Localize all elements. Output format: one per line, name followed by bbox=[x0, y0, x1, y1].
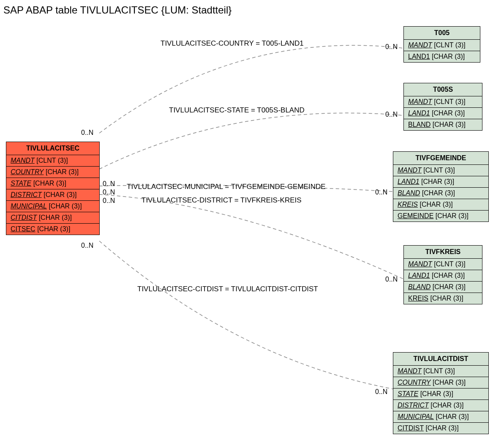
relation-label: TIVLULACITSEC-COUNTRY = T005-LAND1 bbox=[161, 39, 304, 48]
cardinality-label: 0..N bbox=[103, 197, 115, 205]
field-row: MANDT [CLNT (3)] bbox=[393, 366, 488, 377]
field-row: MANDT [CLNT (3)] bbox=[404, 96, 482, 108]
field-row: COUNTRY [CHAR (3)] bbox=[393, 377, 488, 389]
cardinality-label: 0..N bbox=[385, 276, 398, 283]
field-row: STATE [CHAR (3)] bbox=[6, 178, 99, 189]
cardinality-label: 0..N bbox=[375, 189, 387, 196]
field-row: LAND1 [CHAR (3)] bbox=[404, 51, 480, 62]
entity-t005: T005 MANDT [CLNT (3)] LAND1 [CHAR (3)] bbox=[403, 26, 480, 63]
field-row: LAND1 [CHAR (3)] bbox=[404, 108, 482, 119]
field-row: BLAND [CHAR (3)] bbox=[404, 282, 482, 293]
entity-tivfkreis: TIVFKREIS MANDT [CLNT (3)] LAND1 [CHAR (… bbox=[403, 245, 482, 304]
diagram-title: SAP ABAP table TIVLULACITSEC {LUM: Stadt… bbox=[3, 4, 232, 16]
field-row: CITDIST [CHAR (3)] bbox=[393, 423, 488, 434]
cardinality-label: 0..N bbox=[103, 189, 115, 196]
field-row: BLAND [CHAR (3)] bbox=[404, 119, 482, 130]
entity-t005s: T005S MANDT [CLNT (3)] LAND1 [CHAR (3)] … bbox=[403, 83, 482, 131]
cardinality-label: 0..N bbox=[103, 180, 115, 188]
cardinality-label: 0..N bbox=[81, 129, 93, 137]
field-row: DISTRICT [CHAR (3)] bbox=[6, 189, 99, 201]
field-row: BLAND [CHAR (3)] bbox=[393, 188, 488, 199]
cardinality-label: 0..N bbox=[385, 43, 398, 51]
relation-label: TIVLULACITSEC-CITDIST = TIVLULACITDIST-C… bbox=[137, 285, 318, 293]
relation-label: TIVLULACITSEC-MUNICIPAL = TIVFGEMEINDE-G… bbox=[127, 183, 326, 191]
relation-label: TIVLULACITSEC-DISTRICT = TIVFKREIS-KREIS bbox=[142, 196, 302, 205]
entity-header: TIVFKREIS bbox=[404, 246, 482, 259]
entity-tivfgemeinde: TIVFGEMEINDE MANDT [CLNT (3)] LAND1 [CHA… bbox=[393, 151, 489, 222]
field-row: CITSEC [CHAR (3)] bbox=[6, 224, 99, 235]
entity-header: TIVLULACITSEC bbox=[6, 142, 99, 155]
cardinality-label: 0..N bbox=[385, 111, 398, 118]
field-row: MANDT [CLNT (3)] bbox=[6, 155, 99, 167]
entity-header: TIVFGEMEINDE bbox=[393, 152, 488, 165]
field-row: LAND1 [CHAR (3)] bbox=[404, 270, 482, 282]
field-row: GEMEINDE [CHAR (3)] bbox=[393, 211, 488, 222]
field-row: KREIS [CHAR (3)] bbox=[393, 199, 488, 211]
field-row: MANDT [CLNT (3)] bbox=[404, 259, 482, 270]
field-row: DISTRICT [CHAR (3)] bbox=[393, 400, 488, 411]
field-row: MANDT [CLNT (3)] bbox=[404, 40, 480, 51]
field-row: STATE [CHAR (3)] bbox=[393, 389, 488, 400]
entity-tivlulacitsec: TIVLULACITSEC MANDT [CLNT (3)] COUNTRY [… bbox=[6, 142, 100, 235]
entity-header: TIVLULACITDIST bbox=[393, 353, 488, 366]
entity-header: T005 bbox=[404, 27, 480, 40]
field-row: KREIS [CHAR (3)] bbox=[404, 293, 482, 304]
field-row: MUNICIPAL [CHAR (3)] bbox=[6, 201, 99, 212]
field-row: MANDT [CLNT (3)] bbox=[393, 165, 488, 176]
relation-label: TIVLULACITSEC-STATE = T005S-BLAND bbox=[169, 106, 305, 115]
field-row: CITDIST [CHAR (3)] bbox=[6, 212, 99, 224]
cardinality-label: 0..N bbox=[375, 388, 387, 396]
field-row: MUNICIPAL [CHAR (3)] bbox=[393, 411, 488, 423]
entity-tivlulacitdist: TIVLULACITDIST MANDT [CLNT (3)] COUNTRY … bbox=[393, 352, 489, 434]
field-row: LAND1 [CHAR (3)] bbox=[393, 176, 488, 188]
cardinality-label: 0..N bbox=[81, 242, 93, 249]
entity-header: T005S bbox=[404, 83, 482, 96]
field-row: COUNTRY [CHAR (3)] bbox=[6, 167, 99, 178]
